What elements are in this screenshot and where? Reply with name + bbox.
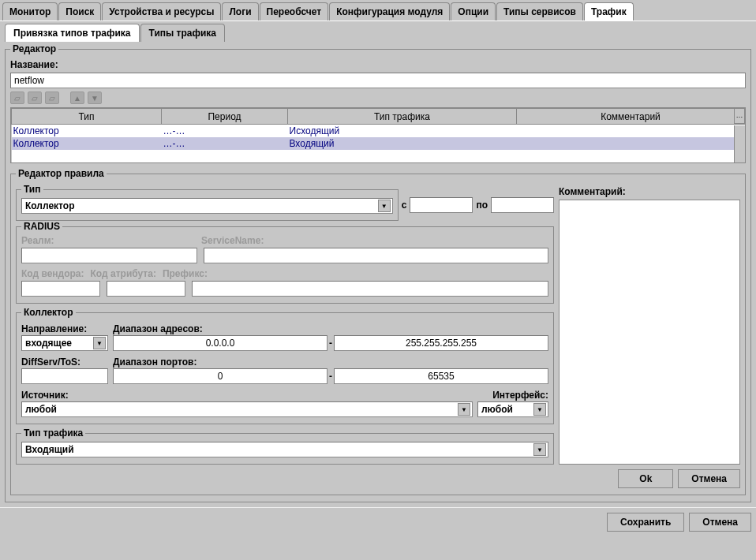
chevron-down-icon: ▼: [378, 200, 391, 212]
iface-select[interactable]: любой ▼: [477, 401, 548, 417]
chevron-down-icon: ▼: [533, 443, 546, 456]
table-scrollbar[interactable]: [734, 125, 745, 162]
outer-tabs: Монитор Поиск Устройства и ресурсы Логи …: [0, 0, 756, 21]
arrow-up-icon[interactable]: ▲: [70, 91, 84, 104]
col-type[interactable]: Тип: [12, 109, 162, 125]
tab-search[interactable]: Поиск: [58, 2, 101, 21]
chevron-down-icon: ▼: [533, 403, 546, 416]
comment-textarea[interactable]: [559, 200, 740, 465]
direction-select[interactable]: входящее ▼: [21, 335, 108, 351]
port-to-input[interactable]: [334, 368, 548, 384]
rule-editor-group: Редактор правила Тип Коллектор ▼ с: [10, 168, 746, 495]
vendor-input[interactable]: [21, 281, 100, 297]
servicename-label: ServiceName:: [201, 235, 264, 246]
tab-traffic-binding[interactable]: Привязка типов трафика: [5, 24, 140, 42]
tab-module-config[interactable]: Конфигурация модуля: [329, 2, 450, 21]
traffic-type-select[interactable]: Входящий ▼: [21, 442, 548, 457]
table-row[interactable]: Коллектор …-… Входящий: [12, 137, 745, 150]
port-from-input[interactable]: [113, 368, 327, 384]
mini-toolbar: ▱ ▱ ▱ ▲ ▼: [10, 88, 746, 107]
prefix-label: Префикс:: [163, 268, 208, 279]
editor-group: Редактор Название: ▱ ▱ ▱ ▲ ▼ Тип Период …: [5, 43, 751, 502]
table-row[interactable]: Коллектор …-… Исходящий: [12, 125, 745, 138]
tab-devices[interactable]: Устройства и ресурсы: [102, 2, 221, 21]
inner-tabs: Привязка типов трафика Типы трафика: [0, 21, 756, 42]
cancel-outer-button[interactable]: Отмена: [689, 513, 751, 532]
arrow-down-icon[interactable]: ▼: [88, 91, 102, 104]
comment-label: Комментарий:: [559, 184, 740, 200]
to-input[interactable]: [491, 197, 554, 213]
col-traffic[interactable]: Тип трафика: [288, 109, 517, 125]
from-label: с: [402, 200, 407, 211]
vendor-label: Код вендора:: [21, 268, 84, 279]
name-label: Название:: [10, 57, 746, 73]
range-dash: -: [329, 371, 332, 382]
range-dash: -: [329, 338, 332, 349]
source-label: Источник:: [21, 387, 473, 401]
tab-service-types[interactable]: Типы сервисов: [496, 2, 583, 21]
addr-from-input[interactable]: [113, 335, 327, 351]
traffic-type-group: Тип трафика Входящий ▼: [16, 427, 554, 465]
realm-input[interactable]: [21, 248, 197, 263]
tab-recalc[interactable]: Переобсчет: [260, 2, 329, 21]
iface-label: Интерфейс:: [477, 387, 548, 401]
cancel-button[interactable]: Отмена: [678, 469, 740, 488]
tab-monitor[interactable]: Монитор: [2, 2, 58, 21]
from-input[interactable]: [410, 197, 473, 213]
rule-editor-legend: Редактор правила: [16, 168, 107, 179]
type-select[interactable]: Коллектор ▼: [21, 198, 393, 214]
radius-legend: RADIUS: [21, 221, 62, 232]
type-group: Тип Коллектор ▼: [16, 184, 399, 221]
attr-label: Код атрибута:: [91, 268, 156, 279]
tab-traffic-types[interactable]: Типы трафика: [140, 24, 226, 42]
attr-input[interactable]: [107, 281, 185, 297]
save-button[interactable]: Сохранить: [607, 513, 684, 532]
realm-label: Реалм:: [21, 235, 54, 246]
diffserv-label: DiffServ/ToS:: [21, 354, 108, 368]
tab-options[interactable]: Опции: [451, 2, 496, 21]
to-label: по: [476, 200, 488, 211]
rules-table: Тип Период Тип трафика Комментарий Колле…: [10, 107, 746, 163]
col-comment[interactable]: Комментарий: [517, 109, 745, 125]
columns-menu-icon[interactable]: …: [734, 108, 745, 124]
traffic-type-legend: Тип трафика: [21, 427, 85, 439]
diffserv-input[interactable]: [21, 368, 108, 384]
addr-to-input[interactable]: [334, 335, 548, 351]
chevron-down-icon: ▼: [93, 337, 106, 349]
tab-traffic[interactable]: Трафик: [584, 2, 634, 21]
tab-logs[interactable]: Логи: [222, 2, 258, 21]
name-input[interactable]: [10, 73, 746, 88]
source-select[interactable]: любой ▼: [21, 401, 473, 417]
ok-button[interactable]: Ok: [618, 469, 673, 488]
servicename-input[interactable]: [204, 248, 548, 263]
prefix-input[interactable]: [192, 281, 548, 297]
toolbar-btn-1[interactable]: ▱: [10, 91, 24, 104]
port-range-label: Диапазон портов:: [113, 354, 548, 368]
addr-range-label: Диапазон адресов:: [113, 321, 548, 335]
col-period[interactable]: Период: [162, 109, 288, 125]
direction-label: Направление:: [21, 321, 108, 335]
collector-legend: Коллектор: [21, 307, 76, 318]
toolbar-btn-2[interactable]: ▱: [28, 91, 42, 104]
type-legend: Тип: [21, 184, 43, 195]
radius-group: RADIUS Реалм: ServiceName: Код вендора: …: [16, 221, 554, 304]
chevron-down-icon: ▼: [458, 403, 470, 416]
collector-group: Коллектор Направление: входящее ▼ Диапа: [16, 307, 554, 424]
toolbar-btn-3[interactable]: ▱: [45, 91, 59, 104]
editor-legend: Редактор: [10, 43, 58, 54]
